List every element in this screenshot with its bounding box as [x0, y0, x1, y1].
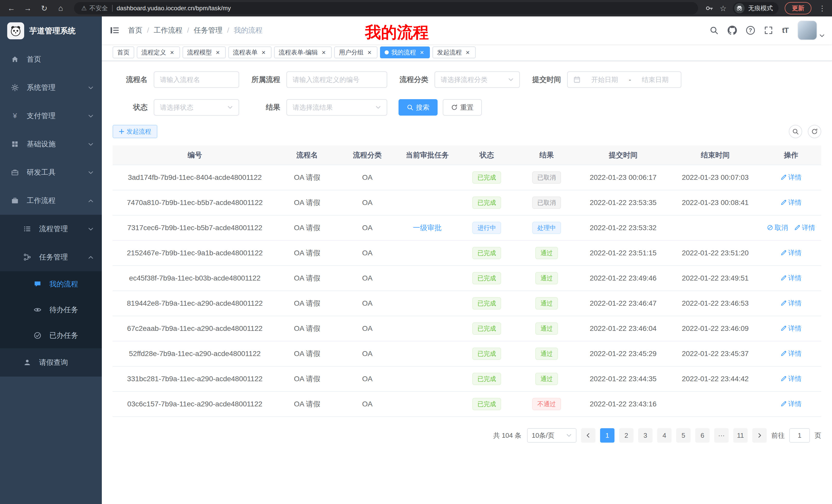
sidebar-item-process-management[interactable]: 流程管理	[0, 215, 102, 243]
refresh-icon[interactable]	[808, 125, 821, 138]
avatar[interactable]	[798, 21, 817, 40]
detail-link[interactable]: 详情	[781, 173, 802, 182]
page-button[interactable]: 6	[695, 428, 710, 443]
browser-reload-button[interactable]: ↻	[38, 2, 50, 15]
page-button[interactable]: 3	[638, 428, 653, 443]
start-process-button[interactable]: 发起流程	[113, 125, 157, 138]
col-current-task: 当前审批任务	[397, 145, 457, 165]
sidebar-item-system[interactable]: 系统管理	[0, 74, 102, 102]
toggle-search-icon[interactable]	[789, 125, 802, 138]
browser-back-button[interactable]: ←	[5, 2, 18, 15]
sidebar-item-devtools[interactable]: 研发工具	[0, 158, 102, 187]
current-task-link[interactable]: 一级审批	[413, 223, 442, 233]
detail-link[interactable]: 详情	[781, 248, 802, 257]
github-icon[interactable]	[728, 26, 737, 35]
goto-page-input[interactable]	[789, 428, 810, 443]
status-select[interactable]: 请选择状态	[154, 99, 239, 116]
sidebar-item-my-process[interactable]: 我的流程	[0, 271, 102, 297]
close-icon[interactable]: ×	[464, 49, 471, 56]
user-menu[interactable]	[798, 21, 825, 40]
address-bar[interactable]: ⚠ 不安全 dashboard.yudao.iocoder.cn/bpm/tas…	[74, 2, 698, 15]
caret-down-icon	[819, 33, 825, 38]
page-button[interactable]: 2	[619, 428, 633, 443]
breadcrumb-home[interactable]: 首页	[128, 25, 142, 35]
search-button[interactable]: 搜索	[398, 99, 438, 116]
detail-link[interactable]: 详情	[794, 223, 815, 232]
tab-process-form[interactable]: 流程表单×	[228, 47, 271, 58]
bookmark-star-icon[interactable]: ☆	[720, 4, 727, 13]
warning-icon: ⚠	[81, 5, 87, 12]
tab-user-group[interactable]: 用户分组×	[334, 47, 378, 58]
end-time: 2022-01-23 00:08:41	[682, 199, 749, 206]
submit-time: 2022-01-22 23:49:46	[590, 274, 657, 282]
status-badge: 已完成	[472, 197, 501, 209]
sidebar-item-todo-tasks[interactable]: 待办任务	[0, 297, 102, 323]
submit-time-range-picker[interactable]: 开始日期 - 结束日期	[567, 72, 681, 88]
tab-start-process[interactable]: 发起流程×	[433, 47, 476, 58]
result-select[interactable]: 请选择流结果	[286, 99, 387, 116]
main-area: 首页 / 工作流程 / 任务管理 / 我的流程 ? tT	[102, 17, 832, 504]
browser-forward-button[interactable]: →	[22, 2, 34, 15]
detail-link[interactable]: 详情	[781, 374, 802, 383]
sidebar-item-task-management[interactable]: 任务管理	[0, 243, 102, 271]
col-end-time: 结束时间	[670, 145, 761, 165]
next-page-button[interactable]	[752, 428, 767, 443]
tab-home[interactable]: 首页	[113, 47, 134, 58]
detail-link[interactable]: 详情	[781, 274, 802, 283]
browser-home-button[interactable]: ⌂	[54, 2, 67, 15]
sidebar-item-home[interactable]: 首页	[0, 45, 102, 74]
close-icon[interactable]: ×	[366, 49, 373, 56]
close-icon[interactable]: ×	[419, 49, 425, 56]
close-icon[interactable]: ×	[214, 49, 221, 56]
page-size-select[interactable]: 10条/页	[527, 428, 576, 443]
tab-process-model[interactable]: 流程模型×	[183, 47, 226, 58]
cancel-link[interactable]: 取消	[767, 223, 788, 232]
process-id: 331bc281-7b9a-11ec-a290-acde48001122	[127, 375, 262, 383]
close-icon[interactable]: ×	[320, 49, 327, 56]
search-icon[interactable]	[710, 26, 718, 35]
sidebar-item-payment[interactable]: ¥ 支付管理	[0, 102, 102, 130]
process-definition-input[interactable]	[286, 72, 387, 88]
detail-link[interactable]: 详情	[781, 324, 802, 333]
process-category-select[interactable]: 请选择流程分类	[435, 72, 520, 88]
incognito-label: 无痕模式	[748, 4, 773, 12]
key-icon[interactable]	[705, 4, 713, 12]
prev-page-button[interactable]	[581, 428, 595, 443]
app-logo[interactable]: 芋道管理系统	[0, 17, 102, 45]
sidebar-toggle-icon[interactable]	[110, 26, 119, 34]
sidebar-item-workflow[interactable]: 工作流程	[0, 187, 102, 215]
sidebar-item-done-tasks[interactable]: 已办任务	[0, 323, 102, 348]
process-name-input[interactable]	[154, 72, 239, 88]
tab-process-definition[interactable]: 流程定义×	[137, 47, 180, 58]
field-label: 流程分类	[398, 75, 428, 85]
detail-link[interactable]: 详情	[781, 299, 802, 308]
sidebar-item-infrastructure[interactable]: 基础设施	[0, 130, 102, 158]
end-time: 2022-01-22 23:44:42	[682, 375, 749, 383]
page-button[interactable]: 1	[600, 428, 615, 443]
chevron-up-icon	[88, 198, 94, 204]
fullscreen-icon[interactable]	[764, 26, 773, 35]
status-badge: 进行中	[472, 222, 501, 234]
close-icon[interactable]: ×	[169, 49, 175, 56]
end-time: 2022-01-22 23:46:09	[682, 325, 749, 332]
help-icon[interactable]: ?	[746, 26, 755, 35]
browser-update-button[interactable]: 更新	[785, 2, 811, 15]
font-size-icon[interactable]: tT	[782, 26, 788, 35]
detail-link[interactable]: 详情	[781, 198, 802, 207]
close-icon[interactable]: ×	[260, 49, 267, 56]
breadcrumb-workflow[interactable]: 工作流程	[154, 25, 183, 35]
browser-menu-icon[interactable]: ⋮	[817, 4, 827, 12]
detail-link[interactable]: 详情	[781, 399, 802, 409]
sidebar-item-leave-query[interactable]: 请假查询	[0, 348, 102, 376]
table-row: 7470a810-7b9b-11ec-b5b7-acde48001122 OA …	[113, 190, 821, 215]
process-category: OA	[362, 325, 372, 332]
page-button[interactable]: 5	[676, 428, 691, 443]
tab-process-form-edit[interactable]: 流程表单-编辑×	[274, 47, 332, 58]
detail-link[interactable]: 详情	[781, 349, 802, 358]
page-button-last[interactable]: 11	[733, 428, 748, 443]
tab-my-process[interactable]: 我的流程×	[380, 47, 430, 58]
reset-button[interactable]: 重置	[443, 99, 482, 116]
page-button[interactable]: 4	[657, 428, 672, 443]
breadcrumb-task-management[interactable]: 任务管理	[194, 25, 223, 35]
more-pages-button[interactable]: ···	[714, 428, 729, 443]
